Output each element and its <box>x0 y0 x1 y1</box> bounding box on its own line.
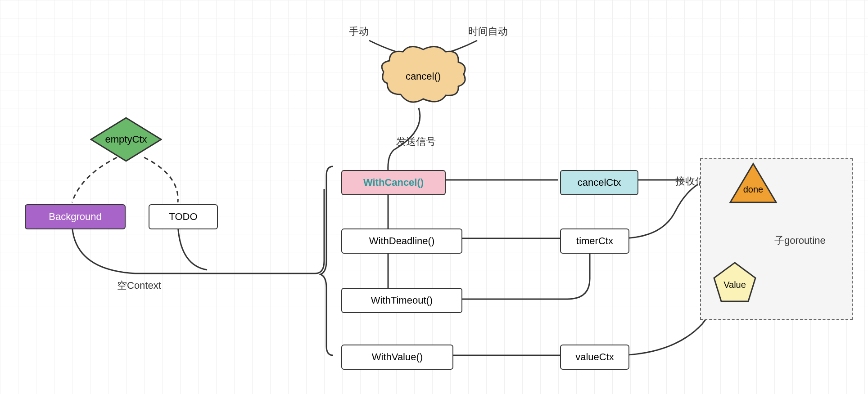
done-triangle: done <box>728 162 778 205</box>
withcancel-label: WithCancel() <box>363 177 424 188</box>
cancelctx-node: cancelCtx <box>560 170 638 195</box>
cancel-label: cancel() <box>406 71 441 82</box>
timerctx-label: timerCtx <box>576 235 613 247</box>
valuectx-node: valueCtx <box>560 345 629 370</box>
withdeadline-label: WithDeadline() <box>369 235 435 247</box>
value-label: Value <box>723 280 746 290</box>
todo-node: TODO <box>149 204 218 229</box>
value-pentagon: Value <box>712 261 757 304</box>
timeauto-label: 时间自动 <box>468 25 508 38</box>
svg-marker-1 <box>730 164 776 202</box>
empty-context-label: 空Context <box>117 279 161 292</box>
todo-label: TODO <box>169 211 197 223</box>
background-label: Background <box>49 211 101 223</box>
child-goroutine-label: 子goroutine <box>774 234 826 247</box>
emptyctx-diamond: emptyCtx <box>90 117 162 162</box>
sendsignal-label: 发送信号 <box>396 135 436 148</box>
manual-label: 手动 <box>349 25 369 38</box>
background-node: Background <box>25 204 126 229</box>
cancelctx-label: cancelCtx <box>578 177 621 188</box>
timerctx-node: timerCtx <box>560 228 629 254</box>
done-label: done <box>743 184 764 195</box>
cancel-cloud: cancel() <box>378 45 468 108</box>
withtimeout-node: WithTimeout() <box>341 288 462 313</box>
valuectx-label: valueCtx <box>575 351 614 363</box>
withcancel-node: WithCancel() <box>341 170 446 195</box>
withvalue-label: WithValue() <box>372 351 423 363</box>
withtimeout-label: WithTimeout() <box>371 295 433 306</box>
emptyctx-label: emptyCtx <box>105 134 147 145</box>
withdeadline-node: WithDeadline() <box>341 228 462 254</box>
withvalue-node: WithValue() <box>341 345 453 370</box>
